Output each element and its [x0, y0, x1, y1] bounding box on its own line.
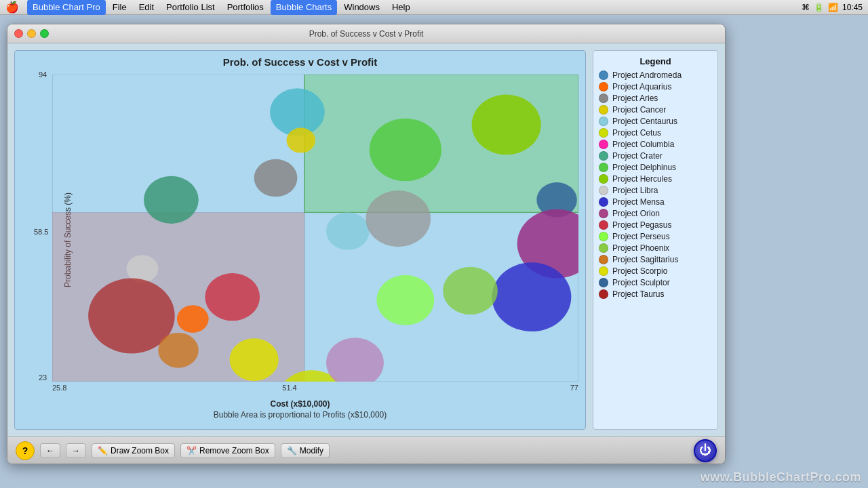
legend-item: Project Scorpio [599, 266, 712, 276]
legend-item: Project Sculptor [599, 278, 712, 287]
legend-item: Project Orion [599, 209, 712, 218]
remove-zoom-icon: ✂️ [186, 446, 197, 455]
modify-button[interactable]: 🔧 Modify [281, 443, 330, 458]
menu-edit[interactable]: Edit [134, 0, 159, 15]
x-tick-51: 51.4 [282, 384, 296, 392]
x-tick-77: 77 [570, 384, 578, 392]
nav-prev-button[interactable]: ← [40, 443, 60, 458]
legend-item: Project Cancer [599, 105, 712, 115]
draw-zoom-button[interactable]: ✏️ Draw Zoom Box [92, 443, 175, 458]
clock: 10:45 [842, 3, 863, 12]
legend-item: Project Hercules [599, 174, 712, 184]
wifi-icon: 📶 [828, 3, 838, 12]
modify-icon: 🔧 [287, 446, 297, 455]
y-tick-94: 94 [39, 70, 47, 79]
watermark: www.BubbleChartPro.com [701, 470, 861, 485]
menu-right-icons: ⌘ 🔋 📶 10:45 [802, 3, 863, 12]
menu-portfolio-list[interactable]: Portfolio List [161, 0, 220, 15]
svg-point-22 [158, 333, 199, 368]
main-content: Prob. of Success v Cost v Profit Probabi… [7, 43, 725, 436]
titlebar: Prob. of Success v Cost v Profit [7, 24, 725, 43]
legend-item: Project Pegasus [599, 220, 712, 230]
legend-item: Project Phoenix [599, 243, 712, 253]
svg-rect-3 [304, 75, 578, 212]
menu-portfolios[interactable]: Portfolios [222, 0, 269, 15]
legend-item: Project Aquarius [599, 82, 712, 92]
menu-app-name[interactable]: Bubble Chart Pro [27, 0, 106, 15]
svg-point-11 [326, 212, 370, 249]
battery-icon: 🔋 [814, 3, 824, 12]
x-axis-label: Cost (x$10,000) [15, 399, 585, 409]
legend-item: Project Libra [599, 186, 712, 195]
legend-item: Project Sagittarius [599, 255, 712, 264]
legend-item: Project Crater [599, 151, 712, 161]
legend-panel: Legend Project AndromedaProject Aquarius… [593, 50, 718, 430]
minimize-button[interactable] [27, 29, 36, 38]
maximize-button[interactable] [40, 29, 49, 38]
svg-point-25 [326, 338, 384, 382]
legend-item: Project Andromeda [599, 70, 712, 80]
legend-item: Project Aries [599, 94, 712, 103]
remove-zoom-button[interactable]: ✂️ Remove Zoom Box [180, 443, 275, 458]
chart-area: Prob. of Success v Cost v Profit Probabi… [14, 50, 586, 430]
svg-point-8 [286, 128, 315, 153]
menu-windows[interactable]: Windows [338, 0, 385, 15]
window-title: Prob. of Success v Cost v Profit [309, 29, 424, 39]
svg-point-12 [366, 190, 431, 247]
draw-zoom-icon: ✏️ [98, 446, 108, 455]
power-button[interactable]: ⏻ [694, 439, 717, 462]
svg-point-6 [144, 176, 199, 224]
help-button[interactable]: ? [16, 441, 35, 460]
toolbar: ? ← → ✏️ Draw Zoom Box ✂️ Remove Zoom Bo… [7, 436, 725, 464]
plot-svg [52, 75, 578, 382]
legend-item: Project Columbia [599, 140, 712, 149]
svg-point-9 [370, 119, 441, 181]
svg-point-17 [177, 305, 209, 333]
legend-title: Legend [599, 56, 712, 66]
x-tick-25: 25.8 [52, 384, 66, 392]
traffic-lights [14, 29, 49, 38]
svg-point-10 [472, 95, 541, 155]
svg-point-21 [443, 267, 498, 314]
legend-items: Project AndromedaProject AquariusProject… [599, 70, 712, 299]
svg-point-19 [492, 262, 571, 331]
menubar: 🍎 Bubble Chart Pro File Edit Portfolio L… [0, 0, 868, 15]
menu-help[interactable]: Help [387, 0, 416, 15]
chart-title: Prob. of Success v Cost v Profit [15, 51, 585, 68]
svg-point-18 [205, 273, 260, 321]
x-axis-sublabel: Bubble Area is proportional to Profits (… [15, 410, 585, 420]
legend-item: Project Taurus [599, 289, 712, 299]
legend-item: Project Perseus [599, 232, 712, 241]
main-window: Prob. of Success v Cost v Profit Prob. o… [7, 24, 726, 464]
nav-next-button[interactable]: → [66, 443, 86, 458]
svg-point-7 [254, 159, 298, 197]
menu-bubble-charts[interactable]: Bubble Charts [271, 0, 337, 15]
legend-item: Project Mensa [599, 197, 712, 207]
y-tick-58: 58.5 [34, 228, 48, 236]
svg-point-20 [376, 275, 434, 325]
apple-menu-icon[interactable]: 🍎 [5, 1, 19, 14]
svg-point-23 [230, 338, 279, 381]
legend-item: Project Delphinus [599, 163, 712, 172]
y-tick-23: 23 [39, 373, 47, 382]
legend-item: Project Cetus [599, 128, 712, 138]
menu-file[interactable]: File [107, 0, 132, 15]
spotlight-icon[interactable]: ⌘ [802, 3, 810, 12]
close-button[interactable] [14, 29, 23, 38]
legend-item: Project Centaurus [599, 117, 712, 126]
